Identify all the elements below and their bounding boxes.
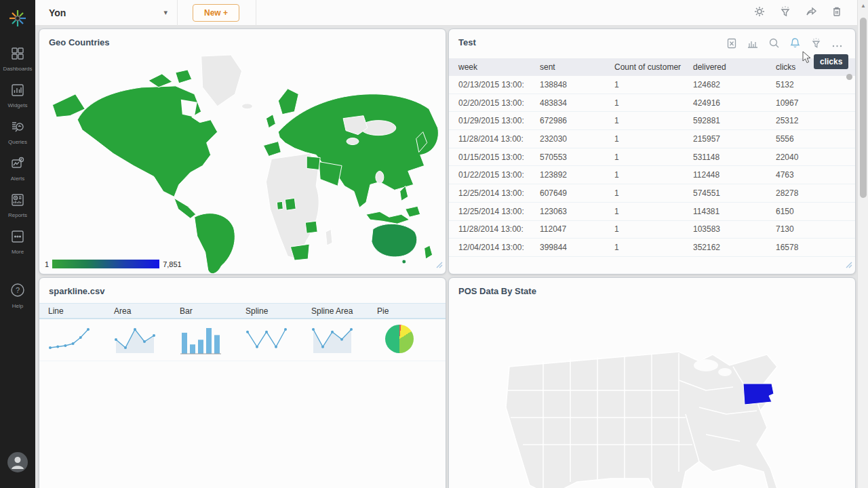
- table-cell: 124682: [693, 80, 776, 89]
- filter-funnel-icon[interactable]: [779, 5, 791, 20]
- bar-chart-icon[interactable]: [747, 38, 759, 52]
- column-header-sent[interactable]: sent: [540, 62, 614, 72]
- page-scrollbar[interactable]: ▲: [857, 0, 868, 488]
- resize-handle-icon[interactable]: [846, 259, 852, 271]
- table-cell: 1: [614, 207, 693, 216]
- sidebar-item-label: Dashboards: [3, 66, 32, 72]
- sidebar-item-label: Widgets: [8, 102, 28, 108]
- topbar: Yon ▾ New +: [35, 0, 857, 26]
- more-dots-icon: [10, 229, 25, 247]
- settings-gear-icon[interactable]: [753, 5, 766, 20]
- sidebar-item-help[interactable]: ? Help: [9, 282, 26, 309]
- table-cell: 1: [614, 224, 693, 234]
- table-row[interactable]: 11/28/2014 13:00:11204711035837130: [449, 221, 855, 239]
- table-row[interactable]: 01/15/2015 13:00:570553153114822040: [449, 148, 855, 167]
- resize-handle-icon[interactable]: [436, 259, 443, 271]
- column-header-count[interactable]: Count of customer: [614, 62, 693, 72]
- table-cell: 11/28/2014 13:00:: [458, 224, 540, 234]
- column-header-bar[interactable]: Bar: [180, 306, 245, 316]
- sidebar-item-more[interactable]: More: [10, 229, 25, 255]
- table-cell: 1: [614, 243, 693, 252]
- table-cell: 1: [614, 170, 693, 180]
- sidebar-item-reports[interactable]: Reports: [8, 192, 27, 218]
- funnel-icon[interactable]: [810, 37, 822, 52]
- column-header-area[interactable]: Area: [114, 306, 180, 316]
- table-cell: 483834: [540, 98, 614, 108]
- table-row[interactable]: 01/22/2015 13:00:12389211124484763: [449, 166, 855, 184]
- app-logo-icon[interactable]: [7, 8, 28, 31]
- new-button[interactable]: New +: [193, 4, 239, 22]
- sidebar-item-label: Help: [12, 303, 23, 309]
- pie-sparkline-chart[interactable]: [385, 325, 414, 353]
- table-cell: 531148: [693, 152, 776, 162]
- widget-pos-by-state[interactable]: POS Data By State: [448, 277, 856, 488]
- table-cell: 5132: [776, 80, 816, 89]
- spline-sparkline-chart[interactable]: [245, 325, 289, 356]
- ellipsis-icon[interactable]: [831, 39, 843, 51]
- table-scroll-dot[interactable]: [846, 74, 852, 80]
- table-cell: 114381: [693, 207, 776, 216]
- column-header-spline-area[interactable]: Spline Area: [311, 306, 377, 316]
- table-cell: 12/25/2014 13:00:: [458, 207, 540, 216]
- table-cell: 6150: [776, 207, 816, 216]
- table-row[interactable]: 01/29/2015 13:00:672986159288125312: [449, 112, 855, 130]
- widget-title: Test: [449, 29, 476, 47]
- table-cell: 10967: [776, 98, 816, 108]
- excel-export-icon[interactable]: [726, 38, 737, 52]
- sidebar-item-queries[interactable]: Queries: [8, 119, 27, 145]
- sidebar-item-alerts[interactable]: Alerts: [10, 156, 25, 182]
- legend-min: 1: [45, 260, 49, 268]
- table-cell: 123892: [540, 170, 614, 180]
- table-cell: 25312: [776, 116, 816, 125]
- widget-title: POS Data By State: [449, 278, 855, 296]
- world-map[interactable]: 1 7,851: [39, 52, 446, 274]
- column-header-spline[interactable]: Spline: [245, 306, 311, 316]
- column-header-pie[interactable]: Pie: [377, 306, 443, 316]
- share-arrow-icon[interactable]: [805, 5, 818, 20]
- scrollbar-up-arrow[interactable]: ▲: [861, 3, 866, 9]
- legend-gradient-bar: [52, 260, 159, 268]
- area-sparkline-chart[interactable]: [114, 325, 157, 356]
- bar-sparkline-chart[interactable]: [180, 325, 223, 356]
- trash-icon[interactable]: [831, 5, 842, 20]
- widget-geo-countries[interactable]: Geo Countries: [39, 28, 446, 274]
- sidebar-item-label: More: [12, 249, 24, 255]
- sparkline-header-row: Line Area Bar Spline Spline Area Pie: [39, 303, 446, 319]
- table-row[interactable]: 12/04/2014 13:00:399844135216216578: [449, 239, 855, 257]
- table-cell: 672986: [540, 116, 614, 125]
- sparkline-charts-row: [39, 319, 446, 361]
- widget-sparkline[interactable]: sparkline.csv Line Area Bar Spline Splin…: [39, 277, 446, 488]
- legend-max: 7,851: [163, 260, 182, 268]
- table-cell: 01/22/2015 13:00:: [458, 170, 540, 180]
- us-map[interactable]: [475, 326, 855, 488]
- search-icon[interactable]: [768, 37, 780, 52]
- table-row[interactable]: 12/25/2014 13:00:607649157455128278: [449, 184, 855, 203]
- sidebar-item-label: Alerts: [11, 176, 24, 182]
- widget-test-table[interactable]: Test: [448, 28, 856, 274]
- table-row[interactable]: 02/13/2015 13:00:13884811246825132: [449, 76, 855, 94]
- scrollbar-thumb[interactable]: [860, 18, 867, 198]
- spline-area-sparkline-chart[interactable]: [311, 325, 355, 356]
- column-header-week[interactable]: week: [458, 62, 540, 72]
- table-cell: 138848: [540, 80, 614, 89]
- table-row[interactable]: 11/28/2014 13:00:23203012159575556: [449, 130, 855, 148]
- table-cell: 123063: [540, 207, 614, 216]
- table-cell: 1: [614, 80, 693, 89]
- column-header-line[interactable]: Line: [48, 306, 114, 316]
- table-row[interactable]: 02/20/2015 13:00:483834142491610967: [449, 94, 855, 113]
- table-cell: 12/04/2014 13:00:: [458, 243, 540, 252]
- sidebar-item-widgets[interactable]: Widgets: [8, 83, 28, 108]
- table-cell: 1: [614, 116, 693, 125]
- table-cell: 7130: [776, 224, 816, 234]
- table-cell: 1: [614, 98, 693, 108]
- table-row[interactable]: 12/25/2014 13:00:12306311143816150: [449, 203, 855, 221]
- line-sparkline-chart[interactable]: [48, 325, 92, 356]
- table-cell: 215957: [693, 134, 776, 144]
- dashboard-selector[interactable]: Yon ▾: [35, 0, 178, 26]
- table-cell: 5556: [776, 134, 816, 144]
- bell-icon[interactable]: [789, 37, 801, 52]
- user-avatar[interactable]: [7, 451, 28, 476]
- sidebar-item-dashboards[interactable]: Dashboards: [3, 46, 32, 72]
- column-header-delivered[interactable]: delivered: [693, 62, 776, 72]
- clicks-tooltip: clicks: [814, 54, 848, 69]
